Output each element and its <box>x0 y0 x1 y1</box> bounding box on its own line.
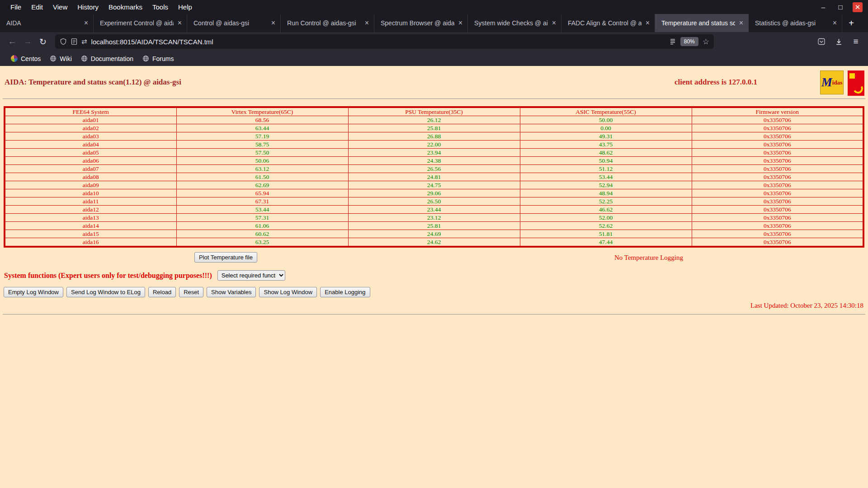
logging-status: No Temperature Logging <box>614 254 683 262</box>
client-address: client address is 127.0.0.1 <box>675 78 757 87</box>
tab-close-icon[interactable]: × <box>551 19 557 27</box>
cell-virtex: 63.12 <box>176 165 348 173</box>
cell-psu: 29.06 <box>348 189 520 197</box>
cell-firmware: 0x3350706 <box>692 189 863 197</box>
reload-button[interactable]: Reload <box>148 287 176 297</box>
midas-logo-text-rest: idas <box>832 79 842 86</box>
tab-close-icon[interactable]: × <box>644 19 651 27</box>
tab-close-icon[interactable]: × <box>831 19 838 27</box>
send-log-window-to-elog-button[interactable]: Send Log Window to ELog <box>66 287 145 297</box>
back-button[interactable]: ← <box>5 34 20 49</box>
tab-close-icon[interactable]: × <box>83 19 90 27</box>
system-functions-label: System functions (Expert users only for … <box>4 272 212 280</box>
logos: Midas <box>820 70 864 96</box>
reader-mode-icon[interactable] <box>669 38 676 45</box>
menu-icon[interactable]: ≡ <box>848 34 863 49</box>
bookmark-centos[interactable]: Centos <box>6 53 45 64</box>
column-header: PSU Temperature(35C) <box>348 107 520 116</box>
tab-run-control-aidas-gsi[interactable]: Run Control @ aidas-gsi× <box>281 14 374 32</box>
table-row: aida0458.7522.0043.750x3350706 <box>5 141 863 149</box>
menu-help[interactable]: Help <box>173 3 197 11</box>
shield-icon[interactable] <box>60 38 67 45</box>
cell-virtex: 63.25 <box>176 238 348 247</box>
cell-asic: 50.94 <box>520 157 692 165</box>
cell-system: aida12 <box>5 206 176 214</box>
plot-temperature-button[interactable]: Plot Temperature file <box>194 252 257 263</box>
cell-firmware: 0x3350706 <box>692 165 863 173</box>
menu-bookmarks[interactable]: Bookmarks <box>104 3 147 11</box>
cell-system: aida14 <box>5 222 176 230</box>
cell-psu: 24.75 <box>348 181 520 189</box>
cell-system: aida02 <box>5 124 176 132</box>
tab-temperature-and-status-sc[interactable]: Temperature and status sc× <box>655 14 749 32</box>
column-header: Virtex Temperature(65C) <box>176 107 348 116</box>
show-variables-button[interactable]: Show Variables <box>207 287 256 297</box>
bookmark-label: Wiki <box>60 55 71 62</box>
tab-control-aidas-gsi[interactable]: Control @ aidas-gsi× <box>187 14 281 32</box>
table-row: aida0357.1926.8849.310x3350706 <box>5 132 863 141</box>
tab-close-icon[interactable]: × <box>738 19 745 27</box>
system-functions-row: System functions (Expert users only for … <box>4 270 868 281</box>
temperature-table: FEE64 SystemVirtex Temperature(65C)PSU T… <box>4 106 864 248</box>
tab-close-icon[interactable]: × <box>176 19 183 27</box>
cell-virtex: 50.06 <box>176 157 348 165</box>
menu-tools[interactable]: Tools <box>147 3 173 11</box>
tab-spectrum-browser-aidas[interactable]: Spectrum Browser @ aidas× <box>374 14 468 32</box>
bookmark-wiki[interactable]: Wiki <box>45 53 76 64</box>
menu-history[interactable]: History <box>72 3 104 11</box>
cell-virtex: 63.44 <box>176 124 348 132</box>
cell-asic: 50.00 <box>520 116 692 124</box>
cell-firmware: 0x3350706 <box>692 238 863 247</box>
table-row: aida1560.6224.6951.810x3350706 <box>5 230 863 238</box>
table-row: aida0962.6924.7552.940x3350706 <box>5 181 863 189</box>
cell-asic: 52.62 <box>520 222 692 230</box>
menu-view[interactable]: View <box>48 3 72 11</box>
show-log-window-button[interactable]: Show Log Window <box>259 287 317 297</box>
cell-asic: 52.00 <box>520 214 692 222</box>
bookmark-documentation[interactable]: Documentation <box>76 53 138 64</box>
pocket-icon[interactable] <box>814 34 829 49</box>
downloads-icon[interactable] <box>831 34 846 49</box>
menu-file[interactable]: File <box>5 3 26 11</box>
table-row: aida1065.9429.0648.940x3350706 <box>5 189 863 197</box>
zoom-level-badge[interactable]: 80% <box>680 37 698 46</box>
divider-bottom <box>3 314 865 314</box>
cell-firmware: 0x3350706 <box>692 197 863 206</box>
tab-aida[interactable]: AIDA× <box>0 14 94 32</box>
tab-close-icon[interactable]: × <box>457 19 464 27</box>
empty-log-window-button[interactable]: Empty Log Window <box>4 287 63 297</box>
tab-close-icon[interactable]: × <box>363 19 370 27</box>
cell-psu: 24.38 <box>348 157 520 165</box>
tab-system-wide-checks-aid[interactable]: System wide Checks @ aid× <box>468 14 561 32</box>
table-row: aida0263.4425.810.000x3350706 <box>5 124 863 132</box>
table-row: aida0557.5023.9448.620x3350706 <box>5 149 863 157</box>
table-row: aida1167.3126.5052.250x3350706 <box>5 197 863 206</box>
tab-label: Spectrum Browser @ aidas <box>381 19 454 27</box>
maximize-button[interactable]: □ <box>835 2 845 12</box>
reset-button[interactable]: Reset <box>179 287 203 297</box>
tab-experiment-control-aida[interactable]: Experiment Control @ aida× <box>94 14 187 32</box>
new-tab-button[interactable]: + <box>842 14 860 32</box>
cell-psu: 23.12 <box>348 214 520 222</box>
tab-statistics-aidas-gsi[interactable]: Statistics @ aidas-gsi× <box>749 14 842 32</box>
url-text[interactable]: localhost:8015/AIDA/TSCAN/TSCAN.tml <box>91 38 665 46</box>
reload-button[interactable]: ↻ <box>35 34 51 49</box>
forward-button[interactable]: → <box>20 34 35 49</box>
function-select[interactable]: Select required function <box>217 270 285 281</box>
minimize-button[interactable]: – <box>818 2 828 12</box>
tab-fadc-align-control-ai[interactable]: FADC Align & Control @ ai× <box>561 14 655 32</box>
enable-logging-button[interactable]: Enable Logging <box>320 287 370 297</box>
cell-system: aida05 <box>5 149 176 157</box>
divider-top <box>3 99 865 99</box>
tab-bar: AIDA×Experiment Control @ aida×Control @… <box>0 14 868 32</box>
page-icon[interactable] <box>71 38 77 45</box>
tab-close-icon[interactable]: × <box>270 19 277 27</box>
globe-icon <box>81 55 88 62</box>
close-window-button[interactable]: ✕ <box>853 2 863 12</box>
url-bar[interactable]: ⇄ localhost:8015/AIDA/TSCAN/TSCAN.tml 80… <box>55 34 714 49</box>
cell-psu: 25.81 <box>348 222 520 230</box>
bookmark-star-icon[interactable]: ☆ <box>703 37 709 47</box>
menu-edit[interactable]: Edit <box>26 3 48 11</box>
bookmark-forums[interactable]: Forums <box>138 53 178 64</box>
cell-system: aida16 <box>5 238 176 247</box>
